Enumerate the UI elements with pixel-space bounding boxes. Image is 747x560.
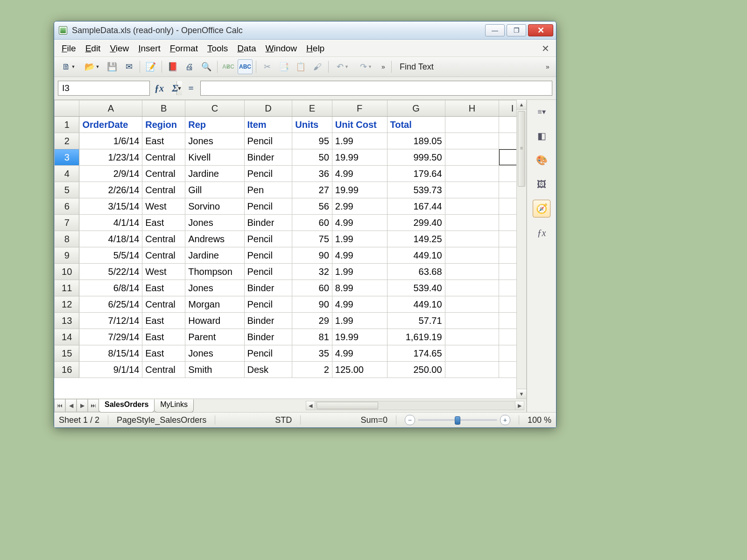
cell[interactable]: Howard	[185, 313, 244, 329]
cell[interactable]: 449.10	[387, 296, 445, 313]
gallery-panel-icon[interactable]: 🖼	[533, 175, 550, 193]
cell[interactable]: 63.68	[387, 264, 445, 280]
cell[interactable]	[445, 198, 499, 215]
cell[interactable]: 1/6/14	[79, 133, 142, 149]
row-header[interactable]: 6	[55, 198, 79, 215]
tab-last-icon[interactable]: ⏭	[88, 399, 99, 412]
cell[interactable]: West	[142, 264, 185, 280]
row-header[interactable]: 1	[55, 117, 79, 133]
tab-first-icon[interactable]: ⏮	[54, 399, 65, 412]
menu-file[interactable]: File	[57, 42, 81, 55]
cell[interactable]: 2	[292, 362, 332, 378]
cell[interactable]: 19.99	[332, 182, 387, 198]
cell[interactable]: Kivell	[185, 149, 244, 166]
row-header[interactable]: 14	[55, 329, 79, 345]
cell[interactable]: 4.99	[332, 166, 387, 182]
cell[interactable]: Central	[142, 182, 185, 198]
cell[interactable]: Binder	[244, 280, 292, 296]
cell[interactable]: 149.25	[387, 231, 445, 247]
cell[interactable]: Jardine	[185, 166, 244, 182]
navigator-panel-icon[interactable]: 🧭	[533, 200, 550, 217]
scroll-right-icon[interactable]: ▶	[515, 401, 524, 410]
cell[interactable]: 6/25/14	[79, 296, 142, 313]
cell[interactable]: 50	[292, 149, 332, 166]
row-header[interactable]: 13	[55, 313, 79, 329]
auto-spellcheck-button[interactable]: ABC	[238, 59, 253, 74]
row-header[interactable]: 11	[55, 280, 79, 296]
cell[interactable]: Sorvino	[185, 198, 244, 215]
redo-button[interactable]: ↷▼	[355, 59, 377, 74]
cell[interactable]	[445, 166, 499, 182]
column-header-A[interactable]: A	[79, 100, 142, 117]
menu-data[interactable]: Data	[233, 42, 261, 55]
cell[interactable]: 250.00	[387, 362, 445, 378]
column-header-D[interactable]: D	[244, 100, 292, 117]
cell[interactable]: Jardine	[185, 247, 244, 264]
find-toolbar-overflow-button[interactable]: »	[543, 59, 552, 74]
name-box[interactable]: ▼	[58, 81, 150, 96]
scroll-thumb[interactable]	[518, 111, 525, 187]
cell[interactable]	[445, 215, 499, 231]
function-equals-button[interactable]: =	[184, 82, 197, 95]
cell[interactable]: 9/1/14	[79, 362, 142, 378]
status-sum[interactable]: Sum=0	[360, 415, 388, 425]
cell[interactable]: Total	[387, 117, 445, 133]
format-paintbrush-button[interactable]: 🖌	[310, 59, 325, 74]
menu-edit[interactable]: Edit	[81, 42, 106, 55]
export-pdf-button[interactable]: 📕	[165, 59, 180, 74]
cell[interactable]: Central	[142, 362, 185, 378]
cell[interactable]: 56	[292, 198, 332, 215]
cell[interactable]: 90	[292, 247, 332, 264]
row-header[interactable]: 5	[55, 182, 79, 198]
cell[interactable]: Jones	[185, 280, 244, 296]
hscroll-thumb[interactable]	[317, 402, 378, 409]
menu-help[interactable]: Help	[302, 42, 329, 55]
cell[interactable]: 7/12/14	[79, 313, 142, 329]
sum-button[interactable]: Σ	[169, 82, 182, 95]
cell[interactable]: Desk	[244, 362, 292, 378]
spreadsheet-grid[interactable]: ABCDEFGHI 1OrderDateRegionRepItemUnitsUn…	[54, 100, 526, 378]
copy-button[interactable]: 📑	[276, 59, 291, 74]
status-zoom-percent[interactable]: 100 %	[528, 415, 551, 425]
menu-tools[interactable]: Tools	[203, 42, 233, 55]
column-header-H[interactable]: H	[445, 100, 499, 117]
toolbar-overflow-button[interactable]: »	[379, 59, 388, 74]
cell[interactable]: 1,619.19	[387, 329, 445, 345]
zoom-knob[interactable]	[455, 416, 460, 425]
cell[interactable]: Pencil	[244, 264, 292, 280]
cell[interactable]: 539.73	[387, 182, 445, 198]
cell[interactable]: Units	[292, 117, 332, 133]
vertical-scrollbar[interactable]: ▲ ▼	[516, 100, 526, 399]
cell[interactable]: Smith	[185, 362, 244, 378]
sheet-tab-mylinks[interactable]: MyLinks	[154, 399, 194, 413]
cell[interactable]: 19.99	[332, 149, 387, 166]
cell[interactable]: Pencil	[244, 198, 292, 215]
cell[interactable]	[445, 117, 499, 133]
row-header[interactable]: 8	[55, 231, 79, 247]
cell[interactable]: 2/26/14	[79, 182, 142, 198]
row-header[interactable]: 12	[55, 296, 79, 313]
cell[interactable]: Region	[142, 117, 185, 133]
column-header-C[interactable]: C	[185, 100, 244, 117]
document-close-icon[interactable]: ✕	[538, 43, 553, 54]
cell[interactable]: Rep	[185, 117, 244, 133]
cell[interactable]: East	[142, 280, 185, 296]
cell[interactable]: 27	[292, 182, 332, 198]
cell[interactable]: 3/15/14	[79, 198, 142, 215]
cell[interactable]: Item	[244, 117, 292, 133]
cell[interactable]: Jones	[185, 133, 244, 149]
cell[interactable]: 5/5/14	[79, 247, 142, 264]
cell[interactable]: 167.44	[387, 198, 445, 215]
cell[interactable]: Unit Cost	[332, 117, 387, 133]
cell[interactable]: Central	[142, 231, 185, 247]
cell[interactable]: 6/8/14	[79, 280, 142, 296]
maximize-button[interactable]: ❐	[507, 24, 526, 36]
cell[interactable]: 1.99	[332, 264, 387, 280]
function-wizard-button[interactable]: ƒx	[153, 82, 166, 95]
menu-window[interactable]: Window	[261, 42, 302, 55]
cell[interactable]: Pencil	[244, 247, 292, 264]
styles-panel-icon[interactable]: 🎨	[533, 151, 550, 169]
cell[interactable]: 60	[292, 280, 332, 296]
cell[interactable]: 81	[292, 329, 332, 345]
cell[interactable]: OrderDate	[79, 117, 142, 133]
